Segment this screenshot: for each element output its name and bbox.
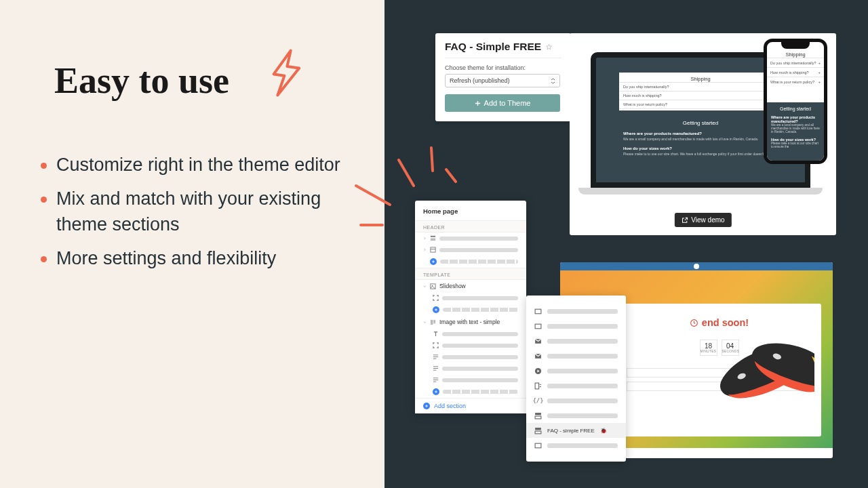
picker-item[interactable]	[526, 348, 626, 363]
fullscreen-icon	[433, 295, 439, 301]
faq-section-icon	[534, 427, 542, 434]
add-to-theme-button[interactable]: Add to Theme	[445, 94, 560, 112]
picker-item[interactable]	[526, 333, 626, 348]
text-icon	[433, 331, 439, 337]
faq-item[interactable]: What is your return policy?+	[767, 77, 824, 86]
section-picker: {/} FAQ - simple FREE 🐞	[526, 296, 626, 462]
section-icon	[430, 247, 436, 253]
editor-page-title: Home page	[415, 207, 526, 220]
svg-rect-9	[431, 239, 435, 241]
editor-row[interactable]: Slideshow	[415, 280, 526, 292]
list-item: More settings and flexibility	[41, 245, 348, 271]
svg-line-0	[356, 186, 390, 205]
bullet-icon	[41, 163, 47, 169]
bullet-icon	[41, 256, 47, 262]
page-heading: Easy to use	[54, 60, 229, 102]
faq-category-title: Shipping	[767, 52, 824, 58]
svg-line-2	[431, 148, 433, 171]
faq-answer: We are a local company and all merchandi…	[771, 123, 820, 134]
faq-answer: Please make to to use our size chart. We…	[623, 152, 778, 156]
svg-rect-28	[535, 324, 541, 329]
plus-circle-icon	[433, 306, 439, 313]
picker-item[interactable]: {/}	[526, 393, 626, 408]
picker-item[interactable]	[526, 438, 626, 453]
svg-rect-10	[431, 247, 435, 252]
svg-rect-27	[535, 309, 541, 314]
faq-item[interactable]: How much is shipping?+	[767, 67, 824, 77]
view-demo-button[interactable]: View demo	[674, 213, 731, 227]
faq-question: Where are your products manufactured?	[771, 115, 820, 123]
svg-rect-32	[535, 383, 539, 389]
editor-row[interactable]	[415, 244, 526, 256]
add-section-button[interactable]: Add section	[415, 398, 526, 413]
svg-rect-14	[431, 319, 433, 324]
choose-theme-label: Choose theme for installation:	[445, 64, 561, 71]
list-item: Customize right in the theme editor	[41, 152, 348, 178]
editor-row[interactable]	[415, 232, 526, 244]
paragraph-icon	[433, 354, 439, 360]
svg-rect-36	[535, 416, 541, 419]
phone-mockup: Shipping Do you ship internationally?+ H…	[764, 39, 827, 164]
lightning-icon	[264, 46, 308, 100]
paragraph-icon	[433, 365, 439, 371]
editor-add-subrow[interactable]	[415, 304, 526, 316]
svg-rect-35	[535, 413, 541, 415]
clock-icon	[690, 319, 698, 327]
faq-item[interactable]: What is your return policy?⌵	[619, 100, 782, 109]
svg-rect-37	[535, 428, 541, 430]
editor-subrow[interactable]	[415, 363, 526, 374]
editor-subrow[interactable]	[415, 351, 526, 363]
editor-group-header: HEADER	[415, 220, 526, 232]
svg-line-1	[399, 160, 414, 186]
fullscreen-icon	[433, 342, 439, 348]
editor-subrow[interactable]	[415, 340, 526, 351]
faq-answer: We are a small company and all merchandi…	[623, 137, 778, 141]
faq-item[interactable]: Do you ship internationally?+	[767, 58, 824, 67]
editor-subrow[interactable]	[415, 328, 526, 340]
faq-category-title: Shipping	[619, 76, 782, 82]
install-card: FAQ - Simple FREE Choose theme for insta…	[435, 33, 571, 121]
chevron-right-icon	[423, 237, 427, 240]
picker-item[interactable]	[526, 319, 626, 333]
editor-subrow[interactable]	[415, 292, 526, 304]
faq-question: How do your sizes work?	[623, 146, 778, 150]
getting-started-title: Getting started	[771, 106, 820, 111]
storefront-nav	[560, 262, 833, 270]
paragraph-icon	[433, 377, 439, 383]
select-caret-icon	[551, 78, 555, 84]
star-icon	[545, 43, 553, 51]
chevron-down-icon	[423, 321, 427, 324]
chevron-down-icon	[423, 285, 427, 288]
device-preview-card: Shipping Do you ship internationally?⌵ H…	[570, 33, 836, 235]
picker-item-selected[interactable]: FAQ - simple FREE 🐞	[526, 423, 626, 438]
plus-circle-icon	[433, 388, 439, 395]
svg-rect-8	[431, 236, 435, 237]
faq-answer: Please take a look at our size chart to …	[771, 142, 820, 148]
editor-add-subrow[interactable]	[415, 386, 526, 398]
theme-editor-panel: Home page HEADER TEMPLATE Slideshow	[415, 201, 526, 413]
chevron-right-icon	[423, 248, 427, 251]
ladybug-icon: 🐞	[600, 428, 607, 434]
editor-add-row[interactable]	[415, 256, 526, 268]
plus-icon	[475, 100, 481, 106]
theme-select[interactable]: Refresh (unpublished)	[445, 74, 560, 87]
svg-rect-38	[535, 431, 541, 434]
plus-circle-icon	[430, 258, 437, 265]
picker-item[interactable]	[526, 304, 626, 319]
editor-row[interactable]: Image with text - simple	[415, 316, 526, 328]
faq-item[interactable]: Do you ship internationally?⌵	[619, 82, 782, 91]
picker-item[interactable]	[526, 378, 626, 393]
faq-item[interactable]: How much is shipping?⌵	[619, 91, 782, 100]
editor-group-template: TEMPLATE	[415, 268, 526, 280]
faq-question: Where are your products manufactured?	[623, 131, 778, 136]
product-image	[699, 313, 814, 422]
picker-item[interactable]	[526, 363, 626, 378]
picker-item[interactable]	[526, 408, 626, 423]
image-text-icon	[430, 319, 436, 325]
external-link-icon	[681, 217, 688, 224]
editor-subrow[interactable]	[415, 374, 526, 386]
image-icon	[430, 283, 436, 289]
install-title: FAQ - Simple FREE	[445, 41, 561, 58]
feature-list: Customize right in the theme editor Mix …	[41, 152, 348, 279]
bullet-icon	[41, 197, 47, 203]
